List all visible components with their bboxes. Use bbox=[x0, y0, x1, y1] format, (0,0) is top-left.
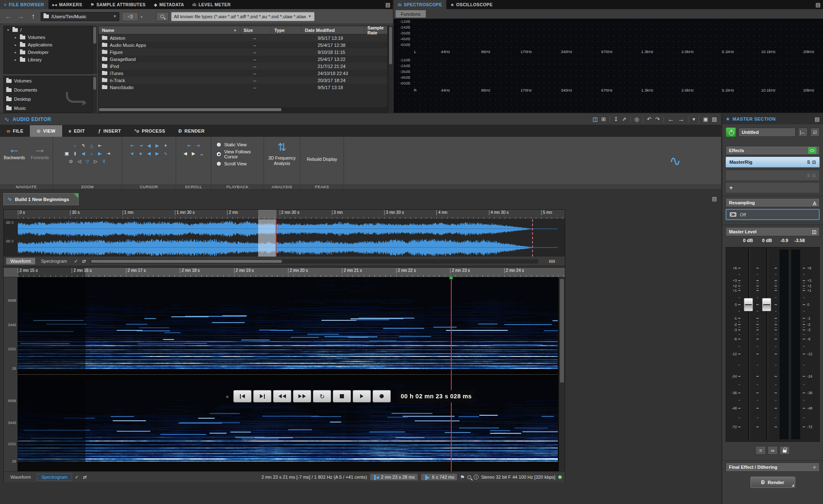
up-icon[interactable]: ↑ bbox=[28, 12, 38, 21]
tab-spectroscope[interactable]: ılıSPECTROSCOPE bbox=[394, 0, 446, 9]
cursor-top-marker[interactable] bbox=[449, 276, 453, 279]
overview-view-indicator[interactable] bbox=[258, 219, 276, 257]
tab-list-icon[interactable]: ▤ bbox=[712, 196, 717, 202]
column-header-name[interactable]: Name▲ bbox=[99, 26, 240, 34]
main-vscrollbar[interactable] bbox=[559, 277, 565, 471]
swap-views-icon[interactable]: ⇄ bbox=[81, 259, 87, 264]
table-row[interactable]: n-Track--20/3/17 18:24 bbox=[99, 77, 387, 84]
bypass-icon[interactable]: ⊡ bbox=[812, 160, 816, 165]
overview-ruler[interactable]: 0 s30 s1 mn1 mn 30 s2 mn2 mn 30 s3 mn3 m… bbox=[4, 210, 565, 219]
preset-star-icon[interactable]: ✱ bbox=[558, 474, 562, 480]
table-row[interactable]: Audio Music Apps--25/4/17 12:38 bbox=[99, 41, 387, 48]
info-icon[interactable]: i bbox=[474, 475, 479, 480]
unity-button[interactable]: = bbox=[755, 446, 766, 455]
table-row[interactable]: Figure--9/10/18 11:15 bbox=[99, 48, 387, 56]
file-list-scrollbar[interactable] bbox=[388, 26, 393, 113]
table-row[interactable]: iPod--21/7/12 21:24 bbox=[99, 63, 387, 70]
selection-length-field[interactable]: ▐▶ 6 s 742 ms bbox=[421, 473, 458, 481]
overview-waveform[interactable]: dB 0 dB 0 bbox=[4, 219, 565, 257]
transport-skip-start-button[interactable] bbox=[233, 390, 252, 402]
document-tab[interactable]: ∿ Build 1 New Beginnings bbox=[3, 193, 79, 205]
effects-header[interactable]: Effects bbox=[726, 146, 820, 155]
tree-caret-icon[interactable]: ▸ bbox=[14, 58, 17, 62]
fader-handle[interactable] bbox=[744, 298, 753, 311]
rebuild-display-button[interactable]: Rebuild Display bbox=[300, 157, 344, 162]
cursor-tool-icon[interactable]: ◀ bbox=[145, 143, 152, 149]
3d-frequency-analysis-icon[interactable]: ⇅ bbox=[264, 141, 300, 154]
cursor-tool-icon[interactable]: ▼ bbox=[137, 150, 144, 157]
zoom-tool-icon[interactable]: ⊙ bbox=[68, 158, 75, 165]
undo-icon[interactable]: ↶ bbox=[647, 116, 651, 122]
tab-level-meter[interactable]: ılıLEVEL METER bbox=[188, 0, 235, 9]
radio-icon[interactable] bbox=[216, 161, 221, 166]
file-list-header[interactable]: Name▲SizeTypeDate ModifiedSample Rate bbox=[99, 26, 387, 34]
unlock-button[interactable] bbox=[779, 446, 790, 455]
main-tab-spectrogram[interactable]: Spectrogram bbox=[37, 473, 72, 481]
cursor-tool-icon[interactable]: ▶ bbox=[154, 143, 161, 149]
column-header-date-modified[interactable]: Date Modified bbox=[302, 26, 364, 34]
path-select[interactable]: /Users/Tim/Music ▼ bbox=[41, 12, 119, 21]
transport-stop-button[interactable] bbox=[333, 390, 351, 402]
redo-icon[interactable]: ↷ bbox=[655, 116, 660, 122]
spectrogram-plot[interactable] bbox=[18, 277, 558, 471]
scroll-tool-icon[interactable]: ⇥ bbox=[194, 143, 201, 149]
tab-metadata[interactable]: ◈METADATA bbox=[150, 0, 188, 9]
zoom-tool-icon[interactable]: ⇥ bbox=[105, 150, 112, 157]
tree-item[interactable]: ▾/ bbox=[4, 26, 97, 34]
overview-hscrollbar[interactable] bbox=[90, 259, 538, 264]
radio-icon[interactable] bbox=[216, 142, 221, 147]
ribbon-tab-render[interactable]: ÐRENDER bbox=[172, 125, 211, 137]
column-header-type[interactable]: Type bbox=[271, 26, 302, 34]
tree-item[interactable]: ▸Developer bbox=[4, 48, 97, 56]
zoom-widget[interactable]: ▮▮▮ bbox=[542, 259, 562, 264]
table-row[interactable]: iTunes--24/10/18 22:43 bbox=[99, 70, 387, 77]
panel-menu-icon[interactable]: ▤ bbox=[815, 116, 820, 122]
preset-name-field[interactable]: Untitled bbox=[738, 128, 796, 137]
cursor-tool-icon[interactable]: ⌖ bbox=[162, 143, 169, 149]
transport-collapse-icon[interactable]: « bbox=[226, 393, 229, 400]
main-ruler[interactable]: 2 mn 15 s2 mn 16 s2 mn 17 s2 mn 18 s2 mn… bbox=[4, 267, 565, 277]
zoom-search-icon[interactable] bbox=[467, 475, 471, 479]
favorite-folder-item[interactable]: Volumes bbox=[4, 76, 97, 85]
playback-option[interactable]: View Follows Cursor bbox=[216, 149, 264, 159]
add-effect-button[interactable]: + bbox=[726, 182, 820, 193]
resampling-header[interactable]: Resampling ◬ bbox=[726, 198, 820, 207]
tree-caret-icon[interactable]: ▸ bbox=[14, 36, 17, 39]
playback-option[interactable]: Scroll View bbox=[216, 161, 264, 166]
zoom-tool-icon[interactable]: ▣ bbox=[63, 150, 70, 157]
zoom-tool-icon[interactable]: ▽ bbox=[84, 158, 91, 165]
navigate-backwards-button[interactable]: ← bbox=[4, 143, 25, 155]
zoom-tool-icon[interactable]: △ bbox=[88, 143, 95, 149]
transport-loop-button[interactable]: ↻ bbox=[313, 390, 331, 402]
zoom-tool-icon[interactable]: ◁ bbox=[76, 158, 83, 165]
zoom-tool-icon[interactable]: ≬ bbox=[72, 150, 79, 157]
tree-caret-icon[interactable]: ▸ bbox=[14, 43, 17, 47]
swap-views-icon[interactable]: ⇄ bbox=[82, 475, 88, 480]
marker-flag-icon[interactable]: ⚑ bbox=[460, 474, 465, 480]
file-type-filter-select[interactable]: All known file types (*.wav *.aif *.aiff… bbox=[171, 12, 315, 21]
preset-check-icon[interactable]: ☑ bbox=[810, 128, 820, 137]
forward-icon[interactable]: → bbox=[16, 12, 26, 21]
render-button[interactable]: Ð Render bbox=[750, 477, 795, 488]
zoom-tool-icon[interactable]: ⇤ bbox=[97, 143, 104, 149]
favorites-scrollbar[interactable] bbox=[92, 76, 97, 113]
tree-scrollbar[interactable] bbox=[92, 26, 97, 74]
navigate-forwards-button[interactable]: → bbox=[31, 143, 49, 155]
tree-caret-icon[interactable]: ▸ bbox=[14, 51, 17, 54]
radio-icon[interactable] bbox=[216, 152, 221, 157]
export-icon[interactable]: ⇗ bbox=[622, 116, 627, 122]
zoom-tool-icon[interactable]: ◀ bbox=[80, 150, 87, 157]
layout-icon[interactable]: ▤ bbox=[712, 116, 717, 122]
transport-record-button[interactable] bbox=[373, 390, 391, 402]
zoom-tool-icon[interactable]: ○ bbox=[88, 150, 95, 157]
open-file-icon[interactable]: ⊞ bbox=[601, 116, 606, 122]
ribbon-tab-view[interactable]: ⊙VIEW bbox=[30, 125, 62, 137]
fader-right[interactable] bbox=[760, 247, 773, 441]
cursor-time-field[interactable]: ▐◀ 2 mn 23 s 28 ms bbox=[370, 473, 418, 481]
playback-option[interactable]: Static View bbox=[216, 142, 264, 147]
zoom-tool-icon[interactable]: ↰ bbox=[80, 143, 87, 149]
panel-menu-icon[interactable]: ▤ bbox=[385, 2, 390, 8]
analysis-label[interactable]: 3D Frequency Analysis bbox=[268, 155, 297, 166]
tree-item[interactable]: ▸Volumes bbox=[4, 34, 97, 41]
solo-icon[interactable]: S bbox=[807, 160, 810, 165]
